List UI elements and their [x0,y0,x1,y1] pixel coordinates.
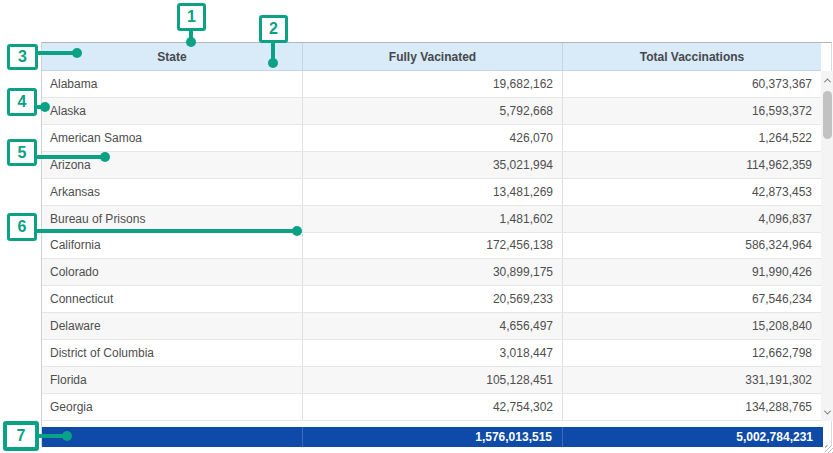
cell-fully-vaccinated: 1,481,602 [303,206,563,232]
cell-fully-vaccinated: 13,481,269 [303,179,563,205]
callout-2-dot [268,58,278,68]
cell-total-vaccinations: 134,288,765 [563,394,821,420]
table-row[interactable]: Arizona 35,021,994 114,962,359 [42,152,821,179]
cell-fully-vaccinated: 19,682,162 [303,71,563,97]
cell-state: Georgia [42,394,303,420]
callout-1-dot [186,37,196,47]
cell-state: Arkansas [42,179,303,205]
summary-cell-total-vaccinations: 5,002,784,231 [563,427,823,447]
cell-total-vaccinations: 1,264,522 [563,125,821,151]
cell-state: Alabama [42,71,303,97]
cell-fully-vaccinated: 3,018,447 [303,340,563,366]
cell-fully-vaccinated: 20,569,233 [303,286,563,312]
table-row[interactable]: Florida 105,128,451 331,191,302 [42,367,821,394]
callout-1: 1 [177,3,206,31]
summary-cell-fully-vaccinated: 1,576,013,515 [303,427,563,447]
cell-total-vaccinations: 60,373,367 [563,71,821,97]
cell-state: Delaware [42,313,303,339]
cell-state: Alaska [42,98,303,124]
callout-2: 2 [259,15,288,43]
callout-4-dot [40,102,50,112]
callout-5: 5 [7,139,37,166]
cell-total-vaccinations: 331,191,302 [563,367,821,393]
vaccination-table: State Fully Vacinated Total Vaccinations… [41,42,832,446]
cell-total-vaccinations: 16,593,372 [563,98,821,124]
cell-fully-vaccinated: 105,128,451 [303,367,563,393]
cell-total-vaccinations: 586,324,964 [563,233,821,259]
callout-7-dot [62,431,72,441]
column-header-fully-vaccinated[interactable]: Fully Vacinated [303,43,563,70]
cell-state: Florida [42,367,303,393]
cell-fully-vaccinated: 4,656,497 [303,313,563,339]
table-row[interactable]: Alabama 19,682,162 60,373,367 [42,71,821,98]
summary-cell-state [42,427,303,447]
cell-state: Connecticut [42,286,303,312]
chevron-up-icon [823,78,830,85]
callout-3-dot [72,48,82,58]
callout-6-dot [292,226,302,236]
cell-total-vaccinations: 42,873,453 [563,179,821,205]
cell-fully-vaccinated: 35,021,994 [303,152,563,178]
cell-state: American Samoa [42,125,303,151]
callout-3-line [37,51,75,55]
callout-3: 3 [7,44,38,70]
cell-state: Colorado [42,259,303,285]
column-header-state[interactable]: State [42,43,303,70]
table-row[interactable]: Connecticut 20,569,233 67,546,234 [42,286,821,313]
cell-fully-vaccinated: 172,456,138 [303,233,563,259]
callout-7: 7 [3,421,39,451]
cell-total-vaccinations: 15,208,840 [563,313,821,339]
table-row[interactable]: Alaska 5,792,668 16,593,372 [42,98,821,125]
table-row[interactable]: American Samoa 426,070 1,264,522 [42,125,821,152]
cell-total-vaccinations: 67,546,234 [563,286,821,312]
callout-5-line [36,155,102,159]
scroll-down-button[interactable] [821,405,833,419]
summary-row: 1,576,013,515 5,002,784,231 [42,427,823,447]
cell-fully-vaccinated: 426,070 [303,125,563,151]
callout-5-dot [100,152,110,162]
cell-state: District of Columbia [42,340,303,366]
column-header-total-vaccinations[interactable]: Total Vaccinations [563,43,821,70]
resize-grip-icon [825,445,833,453]
callout-6-line [36,229,294,233]
vertical-scrollbar[interactable] [821,71,833,421]
table-row[interactable]: Georgia 42,754,302 134,288,765 [42,394,821,421]
table-body: Alabama 19,682,162 60,373,367 Alaska 5,7… [42,71,821,421]
table-row[interactable]: Arkansas 13,481,269 42,873,453 [42,179,821,206]
cell-fully-vaccinated: 5,792,668 [303,98,563,124]
cell-fully-vaccinated: 30,899,175 [303,259,563,285]
cell-fully-vaccinated: 42,754,302 [303,394,563,420]
scroll-up-button[interactable] [821,73,833,87]
scrollbar-thumb[interactable] [823,91,832,139]
cell-total-vaccinations: 12,662,798 [563,340,821,366]
chevron-down-icon [823,407,830,414]
table-header-row: State Fully Vacinated Total Vaccinations [42,43,821,71]
cell-total-vaccinations: 114,962,359 [563,152,821,178]
table-row[interactable]: California 172,456,138 586,324,964 [42,233,821,260]
table-row[interactable]: District of Columbia 3,018,447 12,662,79… [42,340,821,367]
table-row[interactable]: Colorado 30,899,175 91,990,426 [42,259,821,286]
screenshot-stage: State Fully Vacinated Total Vaccinations… [0,0,833,453]
cell-state: Bureau of Prisons [42,206,303,232]
cell-total-vaccinations: 4,096,837 [563,206,821,232]
callout-4: 4 [7,88,37,116]
table-row[interactable]: Delaware 4,656,497 15,208,840 [42,313,821,340]
callout-6: 6 [7,213,37,241]
cell-total-vaccinations: 91,990,426 [563,259,821,285]
cell-state: California [42,233,303,259]
